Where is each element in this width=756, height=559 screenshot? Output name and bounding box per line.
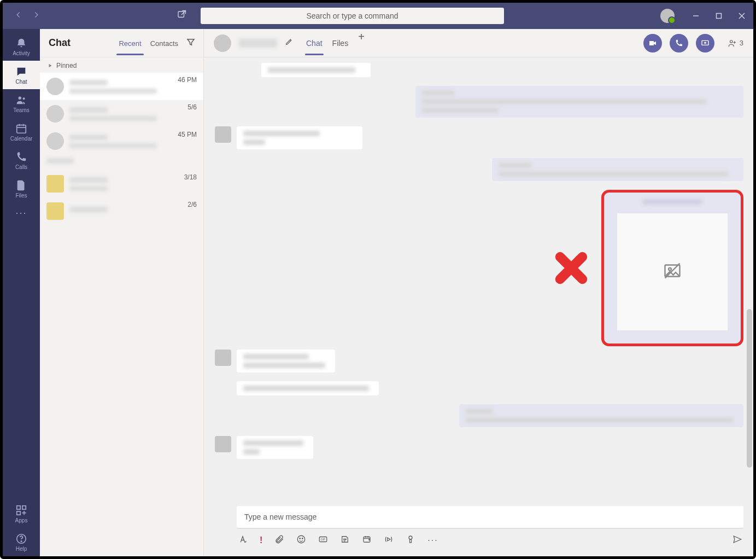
rail-help[interactable]: Help	[3, 528, 40, 556]
svg-text:GIF: GIF	[321, 538, 326, 541]
search-placeholder: Search or type a command	[306, 11, 398, 20]
window-maximize-button[interactable]	[707, 3, 730, 29]
format-icon[interactable]	[238, 534, 248, 546]
new-chat-icon[interactable]	[177, 10, 186, 22]
chat-time: 2/6	[187, 197, 197, 208]
rail-teams-label: Teams	[13, 107, 29, 113]
rail-calls[interactable]: Calls	[3, 146, 40, 174]
svg-rect-7	[17, 125, 26, 133]
tab-recent[interactable]: Recent	[118, 32, 142, 55]
nav-forward-button[interactable]	[32, 11, 40, 21]
svg-point-34	[409, 536, 412, 539]
svg-rect-11	[17, 505, 20, 509]
svg-point-28	[345, 539, 347, 540]
chat-list-title: Chat	[49, 37, 71, 49]
chat-list-panel: Chat Recent Contacts Pinned 46 PM 5/6	[40, 29, 204, 556]
stream-icon[interactable]	[384, 534, 394, 546]
rail-files[interactable]: Files	[3, 174, 40, 203]
nav-back-button[interactable]	[15, 11, 22, 21]
rail-help-label: Help	[16, 546, 27, 552]
meet-now-icon[interactable]	[362, 534, 372, 546]
conv-tab-chat[interactable]: Chat	[306, 31, 323, 55]
message-list[interactable]	[204, 57, 753, 506]
window-minimize-button[interactable]	[684, 3, 707, 29]
rail-teams[interactable]: Teams	[3, 89, 40, 118]
svg-point-15	[21, 540, 21, 541]
svg-marker-16	[49, 64, 52, 68]
add-tab-button[interactable]: +	[358, 31, 365, 55]
send-button[interactable]	[732, 534, 742, 546]
message-avatar	[215, 350, 231, 366]
avatar	[46, 132, 64, 150]
scrollbar-thumb[interactable]	[747, 309, 752, 468]
compose-area: Type a new message ! GIF ···	[204, 506, 753, 556]
sticker-icon[interactable]	[340, 534, 350, 546]
message-avatar	[215, 126, 231, 143]
avatar	[46, 202, 64, 220]
priority-icon[interactable]: !	[260, 535, 262, 545]
svg-rect-12	[22, 505, 26, 509]
rail-apps-label: Apps	[15, 517, 28, 523]
svg-point-22	[298, 535, 306, 543]
rail-activity[interactable]: Activity	[3, 32, 40, 61]
conversation-header: Chat Files + 3	[204, 29, 753, 57]
section-pinned[interactable]: Pinned	[40, 57, 203, 73]
audio-call-button[interactable]	[670, 34, 688, 53]
participants-button[interactable]: 3	[728, 38, 743, 48]
chat-row[interactable]: 2/6	[40, 197, 203, 225]
chat-row[interactable]: 45 PM	[40, 127, 203, 155]
chat-list-header: Chat Recent Contacts	[40, 29, 203, 57]
window-close-button[interactable]	[730, 3, 753, 29]
chat-row[interactable]: 3/18	[40, 170, 203, 197]
rail-files-label: Files	[15, 193, 27, 199]
profile-avatar[interactable]	[660, 9, 675, 23]
compose-toolbar: ! GIF ···	[237, 529, 743, 546]
svg-rect-2	[717, 14, 722, 19]
attach-icon[interactable]	[274, 534, 284, 546]
rail-activity-label: Activity	[13, 50, 30, 56]
tab-contacts[interactable]: Contacts	[149, 32, 179, 55]
praise-icon[interactable]	[406, 534, 415, 546]
svg-rect-0	[178, 11, 184, 18]
rail-chat[interactable]: Chat	[3, 61, 40, 89]
section-pinned-label: Pinned	[56, 62, 77, 69]
rail-apps[interactable]: Apps	[3, 499, 40, 528]
rail-calls-label: Calls	[15, 164, 27, 170]
message-input[interactable]: Type a new message	[237, 506, 743, 529]
chat-time: 3/18	[184, 170, 197, 181]
participants-count: 3	[740, 39, 743, 47]
conv-tab-files[interactable]: Files	[332, 31, 349, 55]
avatar	[46, 78, 64, 95]
svg-rect-13	[17, 511, 20, 514]
rail-calendar[interactable]: Calendar	[3, 118, 40, 146]
chat-time: 45 PM	[178, 127, 197, 138]
app-window: Search or type a command Activity Chat T…	[0, 0, 756, 559]
app-rail: Activity Chat Teams Calendar Calls Files	[3, 29, 40, 556]
svg-point-6	[23, 97, 25, 100]
search-input[interactable]: Search or type a command	[201, 8, 504, 24]
svg-point-23	[300, 538, 301, 539]
chat-row[interactable]: 5/6	[40, 100, 203, 127]
message-placeholder: Type a new message	[244, 513, 317, 521]
rail-calendar-label: Calendar	[10, 136, 33, 142]
chat-avatar	[214, 34, 231, 52]
more-compose-icon[interactable]: ···	[427, 535, 438, 545]
avatar	[46, 105, 64, 123]
broken-image-message[interactable]	[601, 190, 743, 346]
svg-point-20	[669, 268, 671, 271]
more-icon: ···	[15, 207, 27, 219]
chat-row[interactable]: 46 PM	[40, 73, 203, 100]
rail-more[interactable]: ···	[3, 203, 40, 223]
share-screen-button[interactable]	[696, 34, 714, 53]
video-call-button[interactable]	[643, 34, 662, 53]
chat-time: 5/6	[187, 100, 197, 111]
title-bar: Search or type a command	[3, 3, 753, 29]
filter-icon[interactable]	[186, 37, 196, 49]
chat-row[interactable]	[40, 155, 203, 170]
gif-icon[interactable]: GIF	[318, 534, 328, 546]
emoji-icon[interactable]	[296, 534, 306, 546]
svg-marker-33	[388, 538, 390, 541]
message-avatar	[215, 436, 231, 452]
edit-title-button[interactable]	[285, 38, 293, 48]
error-x-icon	[552, 249, 590, 287]
